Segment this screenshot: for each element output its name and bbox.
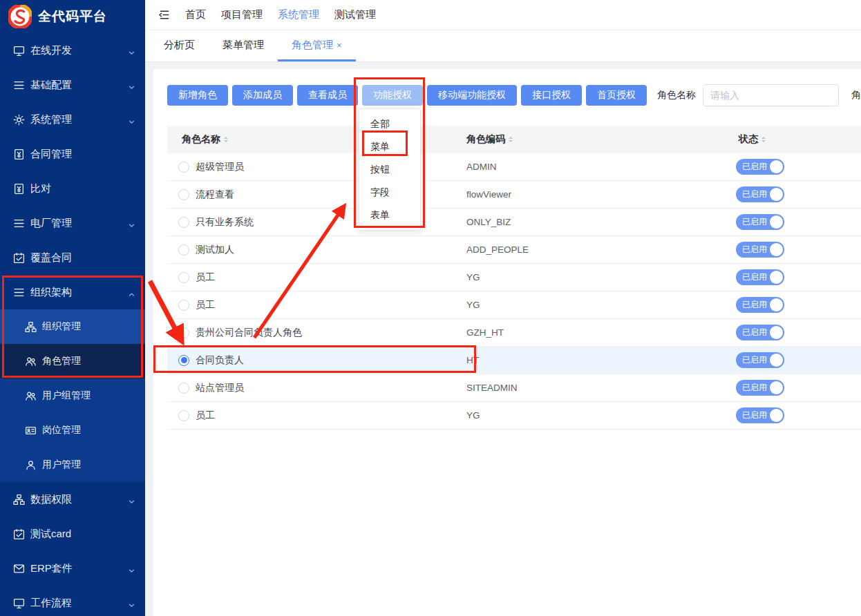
- dropdown-item[interactable]: 按钮: [359, 158, 420, 181]
- table-row[interactable]: 员工 YG 已启用: [167, 291, 861, 319]
- row-radio[interactable]: [178, 300, 189, 311]
- toolbar-button[interactable]: 移动端功能授权: [427, 85, 517, 106]
- top-menu-item[interactable]: 首页: [185, 8, 206, 21]
- toolbar-button[interactable]: 首页授权: [586, 85, 647, 106]
- row-radio[interactable]: [178, 162, 189, 173]
- toolbar-button[interactable]: 新增角色: [167, 85, 228, 106]
- sidebar-item[interactable]: 在线开发: [0, 33, 145, 68]
- logo: 全代码平台: [0, 0, 145, 33]
- dropdown-item[interactable]: 菜单: [359, 135, 420, 158]
- sidebar-item[interactable]: 岗位管理: [0, 413, 145, 447]
- role-code: YG: [466, 300, 736, 310]
- top-navbar: 首页项目管理系统管理测试管理: [145, 0, 861, 30]
- status-label: 已启用: [742, 271, 767, 283]
- orgchart-icon: [13, 494, 25, 506]
- row-radio[interactable]: [178, 410, 189, 421]
- status-toggle[interactable]: 已启用: [736, 297, 784, 313]
- status-toggle[interactable]: 已启用: [736, 242, 784, 258]
- dropdown-item[interactable]: 字段: [359, 181, 420, 204]
- header-status[interactable]: 状态: [736, 133, 861, 146]
- content-wrap: 新增角色添加成员查看成员功能授权移动端功能授权接口授权首页授权 角色名称 角 角…: [145, 62, 861, 616]
- status-toggle[interactable]: 已启用: [736, 269, 784, 285]
- page-tabs: 分析页菜单管理角色管理×: [145, 30, 861, 62]
- status-toggle[interactable]: 已启用: [736, 214, 784, 230]
- sidebar-item[interactable]: 用户管理: [0, 447, 145, 482]
- row-radio[interactable]: [178, 355, 189, 366]
- table-row[interactable]: 只有业务系统 ONLY_BIZ 已启用: [167, 209, 861, 236]
- tab[interactable]: 分析页: [150, 30, 209, 61]
- row-radio[interactable]: [178, 272, 189, 283]
- close-icon[interactable]: ×: [337, 40, 342, 50]
- sidebar-item[interactable]: 基础配置: [0, 68, 145, 102]
- table-row[interactable]: 员工 YG 已启用: [167, 402, 861, 430]
- status-label: 已启用: [742, 189, 767, 200]
- role-name: 站点管理员: [196, 382, 244, 394]
- table-row[interactable]: 站点管理员 SITEADMIN 已启用: [167, 374, 861, 402]
- status-label: 已启用: [742, 354, 767, 366]
- header-role-name[interactable]: 角色名称: [167, 133, 466, 146]
- table-row[interactable]: 超级管理员 ADMIN 已启用: [167, 153, 861, 181]
- tab[interactable]: 角色管理×: [278, 30, 356, 61]
- sidebar-item[interactable]: 系统管理: [0, 102, 145, 137]
- sidebar-item[interactable]: 工作流程: [0, 586, 145, 616]
- status-toggle[interactable]: 已启用: [736, 325, 784, 340]
- role-code: flowViewer: [466, 189, 736, 200]
- sidebar-item[interactable]: 比对: [0, 171, 145, 206]
- row-radio[interactable]: [178, 217, 189, 228]
- status-toggle[interactable]: 已启用: [736, 186, 784, 202]
- toggle-knob: [770, 354, 783, 367]
- sidebar-item[interactable]: 数据权限: [0, 482, 145, 517]
- sidebar-item[interactable]: 组织管理: [0, 309, 145, 344]
- sidebar-item[interactable]: 合同管理: [0, 137, 145, 171]
- toolbar-button[interactable]: 功能授权: [362, 85, 423, 106]
- sort-caret-icon[interactable]: [509, 137, 513, 142]
- top-menu-item[interactable]: 项目管理: [221, 8, 263, 21]
- toolbar-button[interactable]: 接口授权: [521, 85, 582, 106]
- toggle-knob: [770, 326, 783, 339]
- dropdown-item[interactable]: 表单: [359, 204, 420, 227]
- row-radio[interactable]: [178, 244, 189, 256]
- row-radio[interactable]: [178, 189, 189, 200]
- sidebar-item[interactable]: 测试card: [0, 517, 145, 551]
- gear-icon: [13, 114, 25, 126]
- role-name: 测试加人: [196, 244, 234, 256]
- row-radio[interactable]: [178, 383, 189, 394]
- status-toggle[interactable]: 已启用: [736, 159, 784, 175]
- status-toggle[interactable]: 已启用: [736, 352, 784, 368]
- table-row[interactable]: 合同负责人 HT 已启用: [167, 347, 861, 374]
- dropdown-item[interactable]: 全部: [359, 113, 420, 135]
- toggle-knob: [770, 271, 783, 284]
- table-row[interactable]: 测试加人 ADD_PEOPLE 已启用: [167, 236, 861, 264]
- role-name-input[interactable]: [703, 84, 839, 106]
- top-menu-item[interactable]: 测试管理: [334, 8, 376, 21]
- monitor-icon: [13, 597, 25, 609]
- toolbar-button[interactable]: 查看成员: [297, 85, 358, 106]
- app-title: 全代码平台: [38, 8, 107, 26]
- sidebar-item[interactable]: 组织架构: [0, 275, 145, 309]
- status-toggle[interactable]: 已启用: [736, 380, 784, 396]
- sidebar-item[interactable]: 用户组管理: [0, 378, 145, 413]
- sort-caret-icon[interactable]: [224, 137, 228, 142]
- table-row[interactable]: 流程查看 flowViewer 已启用: [167, 181, 861, 209]
- table-row[interactable]: 员工 YG 已启用: [167, 264, 861, 291]
- top-menu-item[interactable]: 系统管理: [278, 8, 319, 21]
- chevron-down-icon: [128, 47, 135, 55]
- header-role-code[interactable]: 角色编码: [466, 133, 736, 146]
- tab[interactable]: 菜单管理: [209, 30, 278, 61]
- menu-fold-icon[interactable]: [158, 8, 171, 21]
- table-row[interactable]: 贵州公司合同负责人角色 GZH_HT 已启用: [167, 319, 861, 347]
- authorize-dropdown: 全部菜单按钮字段表单: [359, 108, 421, 231]
- status-label: 已启用: [742, 299, 767, 311]
- sidebar-item[interactable]: 电厂管理: [0, 206, 145, 240]
- row-radio[interactable]: [178, 327, 189, 338]
- sidebar-item[interactable]: ERP套件: [0, 551, 145, 586]
- status-toggle[interactable]: 已启用: [736, 407, 784, 423]
- sidebar-item[interactable]: 角色管理: [0, 344, 145, 378]
- toolbar-button[interactable]: 添加成员: [232, 85, 293, 106]
- chevron-down-icon: [128, 496, 135, 503]
- monitor-icon: [13, 45, 25, 57]
- orgchart-icon: [25, 321, 37, 333]
- sidebar: 全代码平台 在线开发 基础配置 系统管理 合同管理 比对 电厂管理 覆盖合同 组…: [0, 0, 145, 616]
- sort-caret-icon[interactable]: [761, 137, 766, 142]
- sidebar-item[interactable]: 覆盖合同: [0, 240, 145, 275]
